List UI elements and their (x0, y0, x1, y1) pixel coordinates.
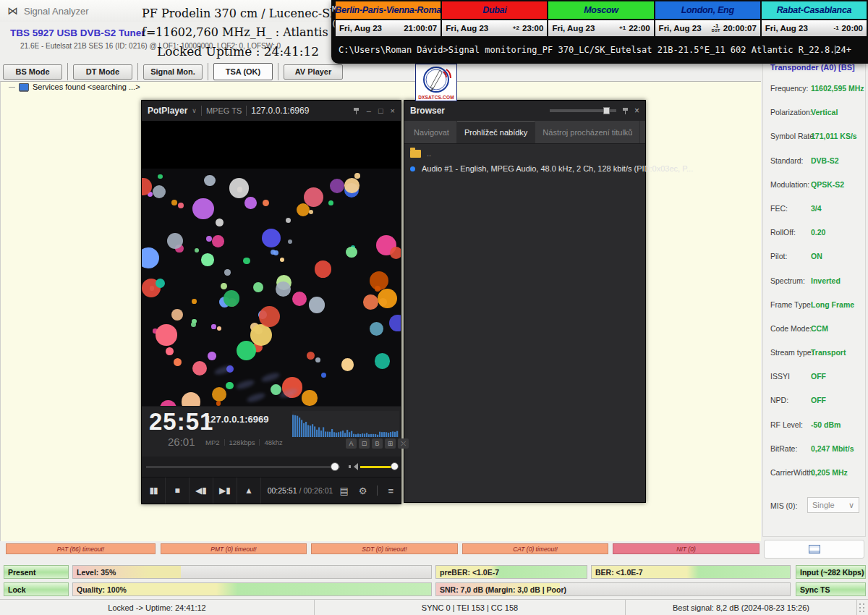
dxsatcs-logo-text: DXSATCS.COM (418, 95, 454, 100)
bokeh-dot (167, 233, 183, 249)
resize-grip[interactable] (858, 602, 867, 612)
bokeh-dot (276, 281, 291, 297)
mode-button-tsa-ok-[interactable]: TSA (OK) (213, 63, 273, 80)
field-label: Frame Type: (770, 300, 813, 309)
volume-slider[interactable] (360, 466, 393, 468)
browser-window: Browser × NavigovatProhlížeč nabídkyNást… (404, 100, 646, 503)
mode-button-signal-mon-[interactable]: Signal Mon. (143, 64, 203, 80)
letterbox-top (142, 121, 401, 169)
bokeh-dot (375, 353, 391, 369)
pause-button[interactable]: ▮▮ (142, 478, 166, 504)
services-tree-item[interactable]: Services found <searching ...> (9, 82, 140, 91)
offset-value: +1 (619, 25, 626, 31)
mode-button-bs-mode[interactable]: BS Mode (3, 64, 62, 80)
bokeh-dot (229, 178, 250, 198)
field-value: 11602,595 MHz (811, 84, 864, 93)
tab-nástroj-procházení-titulků[interactable]: Nástroj procházení titulků (535, 121, 640, 143)
tab-prohlížeč-nabídky[interactable]: Prohlížeč nabídky (457, 121, 535, 143)
field-label: BitRate: (770, 444, 797, 453)
seek-bar[interactable] (146, 466, 340, 468)
snr-bar: SNR: 7,0 dB (Margin: 3,0 dB | Poor) (435, 582, 791, 596)
ab-repeat-a-button[interactable]: A (346, 438, 357, 449)
fit-window-icon[interactable]: ⊡ (359, 438, 370, 449)
stop-button[interactable]: ■ (166, 478, 190, 504)
pin-icon[interactable] (622, 108, 629, 114)
clock-date: Fri, Aug 23 (552, 24, 619, 33)
transponder-header: Transponder (A0) [BS] (770, 63, 855, 72)
video-canvas[interactable] (142, 121, 401, 406)
bokeh-dot (224, 269, 230, 275)
bokeh-dot (370, 322, 383, 336)
playlist-icon[interactable]: ▤ (339, 485, 348, 496)
bokeh-dot (156, 324, 177, 346)
transponder-row-codemode: Code Mode:CCM (763, 318, 865, 342)
bokeh-dot (309, 297, 325, 313)
tab-navigovat[interactable]: Navigovat (407, 121, 457, 143)
previous-button[interactable]: ◀▮ (190, 478, 213, 504)
transponder-row-rflevel: RF Level:-50 dBm (763, 414, 865, 438)
minimize-icon[interactable]: – (367, 106, 371, 115)
maximize-icon[interactable]: □ (378, 106, 383, 115)
preber-bar: preBER: <1.0E-7 (435, 565, 587, 579)
gear-icon[interactable]: ⚙ (359, 485, 367, 496)
menu-icon[interactable]: ≡ (388, 485, 393, 496)
bokeh-dot (216, 219, 224, 226)
transponder-list-button[interactable] (764, 540, 864, 559)
ab-repeat-controls: A ⊡ B ⊞ ⤫ (346, 438, 409, 449)
browser-titlebar[interactable]: Browser × (404, 101, 645, 121)
chevron-down-icon: ∨ (848, 501, 854, 510)
volume-handle[interactable] (391, 462, 399, 470)
tuner-name: TBS 5927 USB DVB-S2 Tuner (10, 27, 145, 38)
field-label: Frequency: (770, 84, 809, 93)
ber-label: BER: <1.0E-7 (595, 568, 643, 577)
field-value: Long Frame (811, 300, 854, 309)
bokeh-dot (259, 306, 280, 327)
bokeh-dot (192, 299, 197, 304)
close-icon[interactable]: × (391, 106, 395, 115)
mis-dropdown[interactable]: Single ∨ (807, 497, 859, 513)
ab-repeat-b-button[interactable]: B (372, 438, 383, 449)
bokeh-dot (321, 373, 326, 378)
status-uptime: Locked -> Uptime: 24:41:12 (0, 600, 315, 615)
clock-time-value: 20:00:07 (723, 24, 757, 33)
bokeh-dot (244, 197, 257, 209)
bokeh-dot (160, 400, 176, 406)
tab-online[interactable]: Online (640, 121, 645, 143)
opacity-slider-handle[interactable] (603, 107, 610, 114)
clock-time-row: Fri, Aug 23+122:00 (548, 20, 653, 36)
clock-time-row: Fri, Aug 2321:00:07 (336, 20, 441, 36)
clock-utc-offset: +2 (513, 25, 519, 31)
transport-controls: ▮▮ ■ ◀▮ ▶▮ ▲ 00:25:51 / 00:26:01 ▤ ⚙ ≡ (142, 477, 401, 504)
mis-label: MIS (0): (770, 501, 797, 510)
quality-bar: Quality: 100% (72, 582, 432, 596)
potplayer-logo[interactable]: PotPlayer (148, 106, 187, 116)
eject-button[interactable]: ▲ (237, 478, 261, 504)
field-label: RollOff: (770, 228, 796, 237)
next-button[interactable]: ▶▮ (213, 478, 237, 504)
folder-up-row[interactable]: .. (404, 144, 645, 160)
bokeh-dot (212, 387, 226, 402)
audio-track-item[interactable]: Audio #1 - English, MPEG Audio, 48.0 kHz… (404, 160, 645, 177)
chevron-down-icon[interactable]: ∨ (192, 107, 197, 114)
clock-utc-offset: -1 (833, 25, 838, 31)
field-value: 0,205 MHz (811, 468, 848, 477)
close-icon[interactable]: × (634, 106, 639, 116)
bokeh-dot (174, 358, 182, 366)
transponder-panel: Transponder (A0) [BS] Frequency:11602,59… (762, 61, 866, 537)
clock-column-rabat-casablanca: Rabat-CasablancaFri, Aug 23-120:00 (762, 1, 867, 38)
transponder-row-spectrum: Spectrum:Inverted (763, 270, 865, 294)
field-value: 0.20 (811, 228, 825, 237)
pin-icon[interactable] (353, 108, 359, 114)
mode-button-av-player[interactable]: AV Player (284, 64, 343, 80)
stream-type-label: MPEG TS (206, 106, 242, 115)
volume-icon[interactable] (349, 463, 359, 470)
screen-capture-icon[interactable]: ⊞ (385, 438, 396, 449)
seek-handle[interactable] (331, 462, 339, 471)
mode-button-dt-mode[interactable]: DT Mode (73, 64, 132, 80)
aspect-ratio-icon[interactable]: ⤫ (398, 438, 409, 449)
opacity-slider[interactable] (550, 109, 616, 112)
potplayer-titlebar[interactable]: PotPlayer ∨ MPEG TS 127.0.0.1:6969 – □ × (142, 101, 401, 121)
tv-icon (19, 83, 29, 91)
input-indicator: Input (~282 Kbps) (796, 565, 866, 579)
field-label: Polarization: (770, 108, 812, 116)
